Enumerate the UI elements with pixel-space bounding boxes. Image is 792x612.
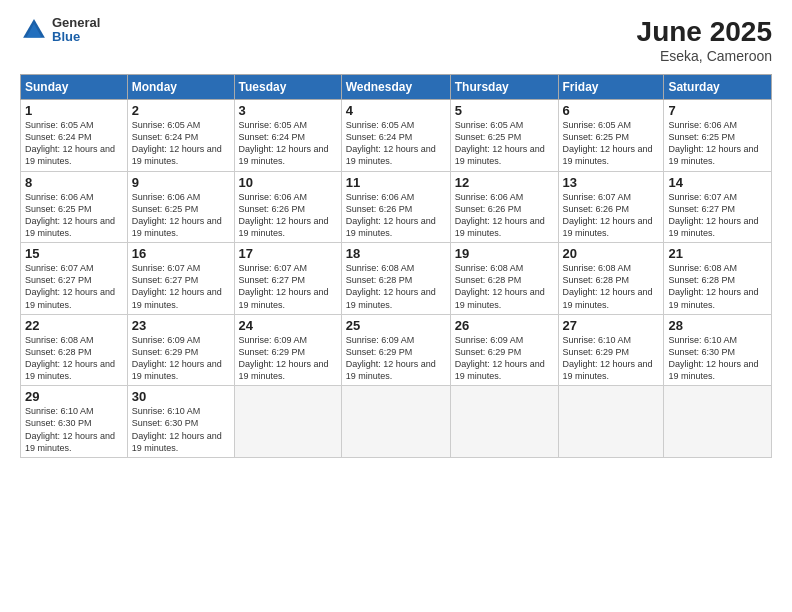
cell-info: Sunrise: 6:07 AMSunset: 6:26 PMDaylight:… — [563, 191, 660, 240]
weekday-sunday: Sunday — [21, 75, 128, 100]
calendar-header: SundayMondayTuesdayWednesdayThursdayFrid… — [21, 75, 772, 100]
cell-info: Sunrise: 6:06 AMSunset: 6:26 PMDaylight:… — [239, 191, 337, 240]
cell-info: Sunrise: 6:08 AMSunset: 6:28 PMDaylight:… — [563, 262, 660, 311]
title-block: June 2025 Eseka, Cameroon — [637, 16, 772, 64]
calendar-cell: 2Sunrise: 6:05 AMSunset: 6:24 PMDaylight… — [127, 100, 234, 172]
day-number: 20 — [563, 246, 660, 261]
page-subtitle: Eseka, Cameroon — [637, 48, 772, 64]
day-number: 9 — [132, 175, 230, 190]
cell-info: Sunrise: 6:05 AMSunset: 6:24 PMDaylight:… — [25, 119, 123, 168]
logo: General Blue — [20, 16, 100, 45]
calendar-cell: 5Sunrise: 6:05 AMSunset: 6:25 PMDaylight… — [450, 100, 558, 172]
cell-info: Sunrise: 6:06 AMSunset: 6:25 PMDaylight:… — [25, 191, 123, 240]
page: General Blue June 2025 Eseka, Cameroon S… — [0, 0, 792, 612]
logo-icon — [20, 16, 48, 44]
day-number: 5 — [455, 103, 554, 118]
cell-info: Sunrise: 6:10 AMSunset: 6:30 PMDaylight:… — [668, 334, 767, 383]
day-number: 29 — [25, 389, 123, 404]
weekday-monday: Monday — [127, 75, 234, 100]
calendar-cell: 22Sunrise: 6:08 AMSunset: 6:28 PMDayligh… — [21, 314, 128, 386]
day-number: 28 — [668, 318, 767, 333]
day-number: 16 — [132, 246, 230, 261]
calendar-cell: 25Sunrise: 6:09 AMSunset: 6:29 PMDayligh… — [341, 314, 450, 386]
calendar-cell — [664, 386, 772, 458]
calendar-cell: 14Sunrise: 6:07 AMSunset: 6:27 PMDayligh… — [664, 171, 772, 243]
cell-info: Sunrise: 6:07 AMSunset: 6:27 PMDaylight:… — [239, 262, 337, 311]
calendar-cell: 7Sunrise: 6:06 AMSunset: 6:25 PMDaylight… — [664, 100, 772, 172]
weekday-thursday: Thursday — [450, 75, 558, 100]
calendar-cell: 21Sunrise: 6:08 AMSunset: 6:28 PMDayligh… — [664, 243, 772, 315]
calendar-cell: 20Sunrise: 6:08 AMSunset: 6:28 PMDayligh… — [558, 243, 664, 315]
day-number: 13 — [563, 175, 660, 190]
day-number: 4 — [346, 103, 446, 118]
day-number: 6 — [563, 103, 660, 118]
calendar-cell: 19Sunrise: 6:08 AMSunset: 6:28 PMDayligh… — [450, 243, 558, 315]
cell-info: Sunrise: 6:09 AMSunset: 6:29 PMDaylight:… — [455, 334, 554, 383]
weekday-header-row: SundayMondayTuesdayWednesdayThursdayFrid… — [21, 75, 772, 100]
cell-info: Sunrise: 6:10 AMSunset: 6:30 PMDaylight:… — [25, 405, 123, 454]
cell-info: Sunrise: 6:09 AMSunset: 6:29 PMDaylight:… — [132, 334, 230, 383]
day-number: 1 — [25, 103, 123, 118]
weekday-tuesday: Tuesday — [234, 75, 341, 100]
calendar-cell — [234, 386, 341, 458]
cell-info: Sunrise: 6:10 AMSunset: 6:29 PMDaylight:… — [563, 334, 660, 383]
logo-text: General Blue — [52, 16, 100, 45]
calendar-cell: 23Sunrise: 6:09 AMSunset: 6:29 PMDayligh… — [127, 314, 234, 386]
calendar-cell — [341, 386, 450, 458]
day-number: 26 — [455, 318, 554, 333]
logo-general-text: General — [52, 16, 100, 30]
cell-info: Sunrise: 6:06 AMSunset: 6:26 PMDaylight:… — [455, 191, 554, 240]
cell-info: Sunrise: 6:07 AMSunset: 6:27 PMDaylight:… — [25, 262, 123, 311]
calendar-cell — [558, 386, 664, 458]
calendar-cell: 18Sunrise: 6:08 AMSunset: 6:28 PMDayligh… — [341, 243, 450, 315]
day-number: 11 — [346, 175, 446, 190]
calendar-week-5: 29Sunrise: 6:10 AMSunset: 6:30 PMDayligh… — [21, 386, 772, 458]
calendar-cell: 10Sunrise: 6:06 AMSunset: 6:26 PMDayligh… — [234, 171, 341, 243]
calendar-cell: 3Sunrise: 6:05 AMSunset: 6:24 PMDaylight… — [234, 100, 341, 172]
calendar-cell: 24Sunrise: 6:09 AMSunset: 6:29 PMDayligh… — [234, 314, 341, 386]
calendar-week-4: 22Sunrise: 6:08 AMSunset: 6:28 PMDayligh… — [21, 314, 772, 386]
cell-info: Sunrise: 6:05 AMSunset: 6:24 PMDaylight:… — [346, 119, 446, 168]
day-number: 23 — [132, 318, 230, 333]
day-number: 3 — [239, 103, 337, 118]
cell-info: Sunrise: 6:09 AMSunset: 6:29 PMDaylight:… — [239, 334, 337, 383]
calendar-cell: 1Sunrise: 6:05 AMSunset: 6:24 PMDaylight… — [21, 100, 128, 172]
calendar-table: SundayMondayTuesdayWednesdayThursdayFrid… — [20, 74, 772, 458]
day-number: 14 — [668, 175, 767, 190]
cell-info: Sunrise: 6:05 AMSunset: 6:25 PMDaylight:… — [563, 119, 660, 168]
logo-blue-text: Blue — [52, 30, 100, 44]
weekday-saturday: Saturday — [664, 75, 772, 100]
day-number: 12 — [455, 175, 554, 190]
day-number: 30 — [132, 389, 230, 404]
cell-info: Sunrise: 6:07 AMSunset: 6:27 PMDaylight:… — [668, 191, 767, 240]
calendar-cell: 29Sunrise: 6:10 AMSunset: 6:30 PMDayligh… — [21, 386, 128, 458]
cell-info: Sunrise: 6:05 AMSunset: 6:24 PMDaylight:… — [132, 119, 230, 168]
calendar-cell — [450, 386, 558, 458]
cell-info: Sunrise: 6:08 AMSunset: 6:28 PMDaylight:… — [668, 262, 767, 311]
calendar-cell: 12Sunrise: 6:06 AMSunset: 6:26 PMDayligh… — [450, 171, 558, 243]
day-number: 2 — [132, 103, 230, 118]
cell-info: Sunrise: 6:06 AMSunset: 6:25 PMDaylight:… — [668, 119, 767, 168]
weekday-wednesday: Wednesday — [341, 75, 450, 100]
calendar-cell: 27Sunrise: 6:10 AMSunset: 6:29 PMDayligh… — [558, 314, 664, 386]
cell-info: Sunrise: 6:09 AMSunset: 6:29 PMDaylight:… — [346, 334, 446, 383]
header: General Blue June 2025 Eseka, Cameroon — [20, 16, 772, 64]
day-number: 10 — [239, 175, 337, 190]
calendar-cell: 28Sunrise: 6:10 AMSunset: 6:30 PMDayligh… — [664, 314, 772, 386]
calendar-cell: 30Sunrise: 6:10 AMSunset: 6:30 PMDayligh… — [127, 386, 234, 458]
page-title: June 2025 — [637, 16, 772, 48]
cell-info: Sunrise: 6:06 AMSunset: 6:26 PMDaylight:… — [346, 191, 446, 240]
day-number: 19 — [455, 246, 554, 261]
weekday-friday: Friday — [558, 75, 664, 100]
calendar-cell: 15Sunrise: 6:07 AMSunset: 6:27 PMDayligh… — [21, 243, 128, 315]
cell-info: Sunrise: 6:05 AMSunset: 6:24 PMDaylight:… — [239, 119, 337, 168]
calendar-week-2: 8Sunrise: 6:06 AMSunset: 6:25 PMDaylight… — [21, 171, 772, 243]
day-number: 17 — [239, 246, 337, 261]
day-number: 18 — [346, 246, 446, 261]
cell-info: Sunrise: 6:07 AMSunset: 6:27 PMDaylight:… — [132, 262, 230, 311]
calendar-cell: 26Sunrise: 6:09 AMSunset: 6:29 PMDayligh… — [450, 314, 558, 386]
calendar-cell: 17Sunrise: 6:07 AMSunset: 6:27 PMDayligh… — [234, 243, 341, 315]
day-number: 24 — [239, 318, 337, 333]
day-number: 22 — [25, 318, 123, 333]
calendar-week-3: 15Sunrise: 6:07 AMSunset: 6:27 PMDayligh… — [21, 243, 772, 315]
